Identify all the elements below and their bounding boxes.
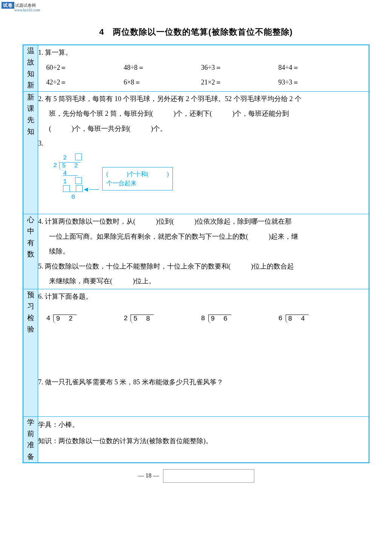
q6-item: 25 8	[124, 311, 201, 326]
q3-divisor: 2	[53, 162, 59, 169]
q1-row1: 60÷2＝ 48÷8＝ 36÷3＝ 84÷4＝	[46, 60, 369, 75]
section-content-prep: 学具：小棒。 知识：两位数除以一位数的计算方法(被除数首位能整除)。	[38, 416, 369, 463]
section-label-prep: 学前准备	[23, 416, 38, 463]
blank-box-icon	[76, 185, 83, 192]
q2-line3: ( )个，每班一共分到( )个。	[49, 121, 369, 137]
blank-box-icon	[75, 154, 82, 160]
q1-item: 42÷2＝	[46, 75, 124, 90]
prep-line1: 学具：小棒。	[38, 417, 369, 433]
section-content-summary: 4. 计算两位数除以一位数时，从( )位到( )位依次除起，除到哪一位就在那 一…	[38, 214, 369, 289]
q1-item: 48÷8＝	[124, 60, 201, 75]
q1-row2: 42÷2＝ 6×8＝ 21×2＝ 93÷3＝	[46, 75, 369, 90]
q4-line3: 续除。	[49, 244, 369, 259]
q1-item: 84÷4＝	[278, 60, 356, 75]
q1-item: 60÷2＝	[46, 60, 124, 75]
q3-rem-tens: 1	[63, 178, 69, 185]
blank-box-icon	[63, 185, 70, 192]
q1-item: 36÷3＝	[201, 60, 278, 75]
section-label-review: 温故知新	[23, 45, 38, 91]
section-label-summary: 心中有数	[23, 214, 38, 289]
q5-line2: 来继续除，商要写在( )位上。	[49, 274, 369, 289]
q3-title: 3.	[38, 136, 369, 151]
prep-line2: 知识：两位数除以一位数的计算方法(被除数首位能整除)。	[38, 433, 369, 449]
q6-title: 6. 计算下面各题。	[38, 289, 369, 304]
q3-quotient-tens: 2	[63, 154, 69, 161]
q3-diagram: 2 25 2 4 1 0 ◄── ( )个十和( ) 个一合起来	[38, 154, 369, 214]
page-footer: — 18 —	[23, 469, 369, 483]
q2-line1: 2. 有 5 筒羽毛球，每筒有 10 个羽毛球，另外还有 2 个羽毛球。52 个…	[38, 92, 369, 107]
q6-item: 89 6	[201, 311, 278, 326]
q4-line1: 4. 计算两位数除以一位数时，从( )位到( )位依次除起，除到哪一位就在那	[38, 214, 369, 229]
arrow-left-icon: ◄──	[83, 182, 99, 197]
section-content-preview: 2. 有 5 筒羽毛球，每筒有 10 个羽毛球，另外还有 2 个羽毛球。52 个…	[38, 91, 369, 214]
q1-item: 93÷3＝	[278, 75, 356, 90]
q3-long-division: 2 25 2 4 1 0	[53, 154, 83, 201]
q1-item: 6×8＝	[124, 75, 201, 90]
section-content-check: 6. 计算下面各题。 49 2 25 8 89 6 68 4 7. 做一只孔雀风…	[38, 289, 369, 416]
worksheet-table: 温故知新 1. 算一算。 60÷2＝ 48÷8＝ 36÷3＝ 84÷4＝ 42÷…	[23, 45, 369, 463]
blank-box-icon	[75, 177, 82, 184]
q2-line2: 班，先分给每个班 2 筒，每班分到( )个，还剩下( )个，每班还能分到	[49, 106, 369, 121]
q6-row: 49 2 25 8 89 6 68 4	[46, 311, 369, 326]
q3-note-top: ( )个十和( )	[106, 170, 169, 179]
q1-item: 21×2＝	[201, 75, 278, 90]
watermark-badge: 试卷	[2, 2, 14, 9]
section-label-check: 预习检验	[23, 289, 38, 416]
q5-line1: 5. 两位数除以一位数，十位上不能整除时，十位上余下的数要和( )位上的数合起	[38, 259, 369, 274]
q3-sub1: 4	[63, 170, 69, 177]
worksheet-page: 4 两位数除以一位数的笔算(被除数首位不能整除) 温故知新 1. 算一算。 60…	[0, 0, 392, 490]
site-watermark: 试卷试题试卷网 www.hz102.com	[2, 2, 40, 12]
q7-text: 7. 做一只孔雀风筝需要布 5 米，85 米布能做多少只孔雀风筝？	[38, 375, 369, 390]
q3-final: 0	[71, 193, 77, 201]
watermark-text2: www.hz102.com	[14, 8, 40, 12]
section-content-review: 1. 算一算。 60÷2＝ 48÷8＝ 36÷3＝ 84÷4＝ 42÷2＝ 6×…	[38, 45, 369, 91]
section-label-preview: 新课先知	[23, 91, 38, 214]
page-title: 4 两位数除以一位数的笔算(被除数首位不能整除)	[23, 26, 369, 38]
q1-title: 1. 算一算。	[38, 45, 369, 60]
q6-item: 49 2	[46, 311, 124, 326]
footer-blank-box	[163, 469, 254, 483]
q3-note-box: ( )个十和( ) 个一合起来	[102, 167, 173, 190]
q4-line2: 一位上面写商。如果除完后有剩余，就把余下的数与下一位上的数( )起来，继	[49, 229, 369, 244]
page-number: — 18 —	[138, 472, 159, 479]
q3-note-bottom: 个一合起来	[106, 179, 169, 188]
q6-item: 68 4	[278, 311, 356, 326]
q3-dividend: 5 2	[62, 162, 80, 169]
watermark-text1: 试题试卷网	[15, 3, 36, 8]
